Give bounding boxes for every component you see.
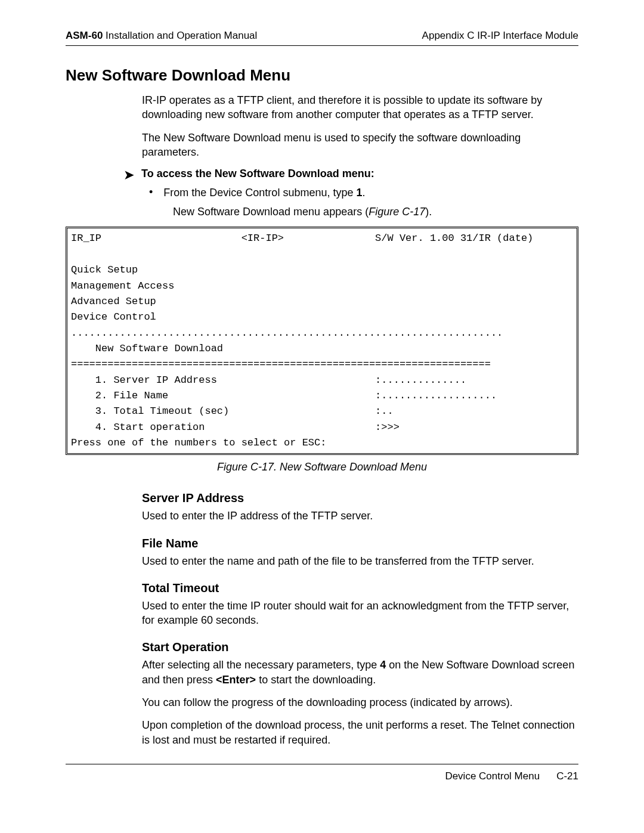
- start-op-p1-num: 4: [380, 659, 386, 671]
- intro-paragraph-2: The New Software Download menu is used t…: [142, 131, 578, 160]
- result-pre: New Software Download menu appears (: [173, 206, 369, 218]
- start-op-p1-key: <Enter>: [216, 674, 256, 686]
- start-op-p1-post: to start the downloading.: [256, 674, 376, 686]
- bullet-number: 1: [356, 187, 362, 199]
- heading-start-operation: Start Operation: [142, 640, 578, 654]
- footer-page: C-21: [556, 770, 578, 782]
- body-server-ip: Used to enter the IP address of the TFTP…: [142, 509, 578, 523]
- page-header: ASM-60 Installation and Operation Manual…: [66, 30, 578, 46]
- procedure-bullet: • From the Device Control submenu, type …: [149, 185, 578, 200]
- footer-section: Device Control Menu: [445, 770, 540, 782]
- procedure-lead: To access the New Software Download menu…: [141, 168, 374, 180]
- heading-file-name: File Name: [142, 537, 578, 550]
- body-start-op-p3: Upon completion of the download process,…: [142, 718, 578, 747]
- figure-ref: Figure C-17: [369, 206, 425, 218]
- body-start-op-p1: After selecting all the necessary parame…: [142, 658, 578, 687]
- bullet-text: From the Device Control submenu, type 1.: [163, 185, 365, 200]
- header-right: Appendix C IR-IP Interface Module: [422, 30, 578, 42]
- procedure-result: New Software Download menu appears (Figu…: [173, 206, 578, 218]
- page-title: New Software Download Menu: [66, 66, 578, 85]
- body-file-name: Used to enter the name and path of the f…: [142, 554, 578, 568]
- procedure-lead-row: ➤ To access the New Software Download me…: [124, 168, 578, 182]
- product-code: ASM-60: [66, 30, 103, 41]
- bullet-icon: •: [149, 185, 153, 199]
- start-op-p1-pre: After selecting all the necessary parame…: [142, 659, 380, 671]
- procedure-arrow-icon: ➤: [124, 168, 134, 182]
- body-total-timeout: Used to enter the time IP router should …: [142, 599, 578, 628]
- page-footer: Device Control Menu C-21: [66, 764, 578, 782]
- page: ASM-60 Installation and Operation Manual…: [0, 0, 644, 833]
- header-left: ASM-60 Installation and Operation Manual: [66, 30, 257, 42]
- body-start-op-p2: You can follow the progress of the downl…: [142, 695, 578, 710]
- doc-title: Installation and Operation Manual: [106, 30, 257, 41]
- result-post: ).: [425, 206, 432, 218]
- bullet-post: .: [362, 187, 365, 199]
- heading-server-ip: Server IP Address: [142, 491, 578, 505]
- terminal-screenshot: IR_IP <IR-IP> S/W Ver. 1.00 31/IR (date)…: [66, 227, 578, 455]
- figure-caption: Figure C-17. New Software Download Menu: [66, 461, 578, 473]
- heading-total-timeout: Total Timeout: [142, 581, 578, 595]
- bullet-pre: From the Device Control submenu, type: [163, 187, 356, 199]
- intro-paragraph-1: IR-IP operates as a TFTP client, and the…: [142, 93, 578, 122]
